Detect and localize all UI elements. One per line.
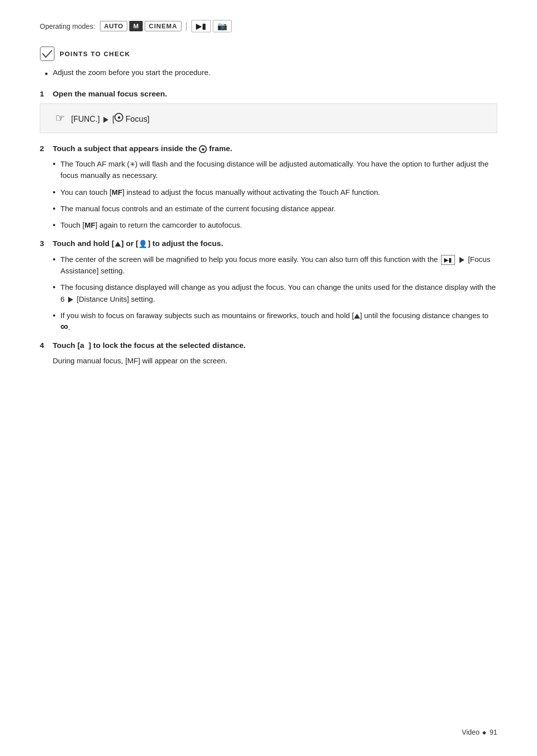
step-1-header: 1 Open the manual focus screen. [40,89,497,98]
infinity-symbol: ∞ [61,320,69,333]
step-4: 4 Touch [a ] to lock the focus at the se… [40,341,497,366]
arrow-right-icon [102,115,112,123]
focus-circle-icon [114,113,123,122]
step-2-bullet-1: • The Touch AF mark (✳) will flash and t… [53,158,497,181]
step-3-num: 3 [40,239,49,248]
step-2-bullet-2: • You can touch [MF] instead to adjust t… [53,186,497,198]
step-2-bullet-4: • Touch [MF] again to return the camcord… [53,219,497,231]
step-3: 3 Touch and hold [] or [👤] to adjust the… [40,239,497,333]
person-icon-inline: 👤 [138,240,148,248]
focus-assist-icon: ▶▮ [441,255,455,265]
step-2-bullets: • The Touch AF mark (✳) will flash and t… [40,158,497,231]
step-1-title: Open the manual focus screen. [53,89,167,98]
bullet-dot: • [45,68,48,81]
step-2-header: 2 Touch a subject that appears inside th… [40,144,497,153]
mode-m: M [129,21,143,31]
circle-frame-icon [199,145,207,153]
step-2-title: Touch a subject that appears inside the … [53,144,232,153]
page-number: 91 [489,728,497,736]
intro-bullet: • Adjust the zoom before you start the p… [40,68,497,81]
hand-icon: ☞ [55,112,65,125]
step-4-title: Touch [a ] to lock the focus at the sele… [53,341,246,350]
op-label: Operating modes: [40,22,95,30]
footer-text: Video [462,728,480,736]
mode-video-icon: ▶▮ [191,20,211,32]
step-4-para: During manual focus, [MF] will appear on… [40,355,497,366]
mode-auto: AUTO [100,21,127,31]
points-to-check: POINTS TO CHECK [40,46,497,61]
triangle-up-inline [115,242,121,247]
check-icon [40,46,55,61]
step-4-num: 4 [40,341,49,350]
step-3-header: 3 Touch and hold [] or [👤] to adjust the… [40,239,497,249]
step-2: 2 Touch a subject that appears inside th… [40,144,497,231]
mode-divider: | [185,21,188,31]
step-3-title: Touch and hold [] or [👤] to adjust the f… [53,239,223,249]
footer-diamond: ◆ [482,730,486,735]
step-3-bullet-3: • If you wish to focus on faraway subjec… [53,310,497,334]
triangle-up-inline2 [354,314,360,319]
intro-bullet-text: Adjust the zoom before you start the pro… [53,68,210,77]
step-1: 1 Open the manual focus screen. ☞ [FUNC.… [40,89,497,133]
step-3-bullet-1: • The center of the screen will be magni… [53,253,497,277]
step-1-num: 1 [40,89,49,98]
step-3-bullets: • The center of the screen will be magni… [40,253,497,334]
func-box: ☞ [FUNC.] [ Focus] [40,103,497,133]
arrow-right-step3 [459,257,464,263]
arrow-right-step3b [68,297,73,303]
operating-modes: Operating modes: AUTO M CINEMA | ▶▮ 📷 [40,20,497,32]
step-2-bullet-3: • The manual focus controls and an estim… [53,203,497,214]
page-footer: Video ◆ 91 [462,728,497,736]
step-3-bullet-2: • The focusing distance displayed will c… [53,281,497,305]
mode-cinema: CINEMA [145,21,181,31]
mode-photo-icon: 📷 [213,20,232,32]
func-text: [FUNC.] [ Focus] [71,113,150,124]
points-label: POINTS TO CHECK [60,50,130,58]
step-4-header: 4 Touch [a ] to lock the focus at the se… [40,341,497,350]
step-2-num: 2 [40,144,49,153]
